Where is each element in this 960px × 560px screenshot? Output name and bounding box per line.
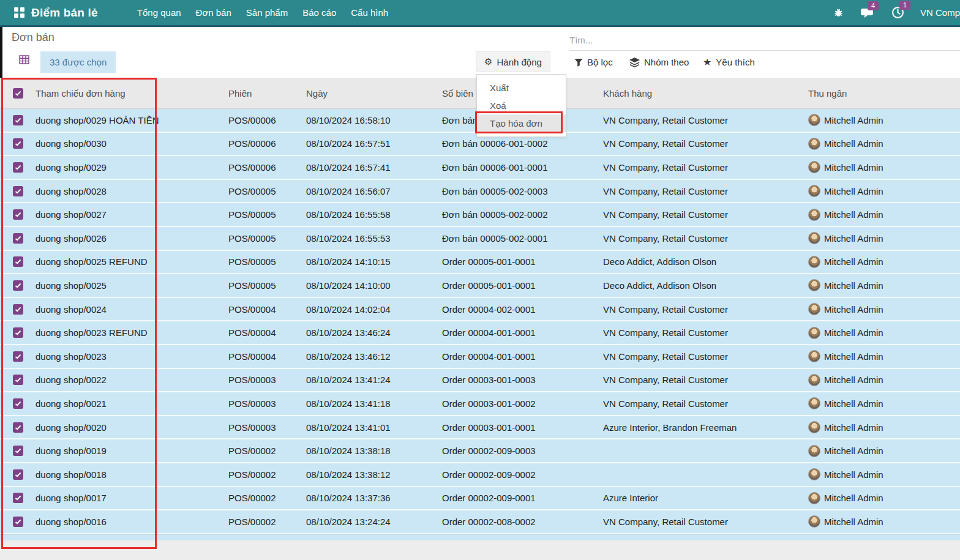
table-row[interactable]: duong shop/0021POS/0000308/10/2024 13:41… bbox=[0, 392, 960, 416]
table-row[interactable]: duong shop/0022POS/0000308/10/2024 13:41… bbox=[0, 369, 960, 393]
table-row[interactable]: duong shop/0017POS/0000208/10/2024 13:37… bbox=[0, 487, 960, 511]
cell-order-reference: duong shop/0027 bbox=[36, 209, 228, 220]
table-row[interactable]: duong shop/0027POS/0000508/10/2024 16:55… bbox=[0, 203, 960, 227]
table-row[interactable]: duong shop/0023 REFUNDPOS/0000408/10/202… bbox=[0, 321, 960, 345]
table-row[interactable]: duong shop/0029POS/0000608/10/2024 16:57… bbox=[0, 156, 960, 180]
table-row[interactable]: duong shop/0028POS/0000508/10/2024 16:56… bbox=[0, 180, 960, 204]
filters-button[interactable]: Bộ lọc bbox=[574, 54, 629, 70]
cashier-name: Mitchell Admin bbox=[824, 115, 883, 125]
cell-receipt-number: Order 00005-001-0001 bbox=[442, 280, 603, 291]
select-all-checkbox[interactable] bbox=[13, 88, 23, 99]
row-checkbox[interactable] bbox=[13, 327, 23, 338]
table-row[interactable]: duong shop/0023POS/0000408/10/2024 13:46… bbox=[0, 345, 960, 369]
activity-clock-icon[interactable]: 1 bbox=[891, 6, 904, 19]
header-cashier[interactable]: Thu ngân bbox=[807, 88, 960, 99]
row-checkbox[interactable] bbox=[13, 256, 23, 267]
top-navbar: Điểm bán lẻ Tổng quan Đơn bán Sản phẩm B… bbox=[0, 0, 960, 27]
cell-order-reference: duong shop/0023 REFUND bbox=[36, 327, 228, 338]
cashier-avatar bbox=[808, 256, 820, 268]
cell-cashier: Mitchell Admin bbox=[807, 303, 960, 315]
navbar-right: 4 1 VN Comp bbox=[833, 6, 960, 19]
row-checkbox[interactable] bbox=[13, 517, 23, 527]
header-ref[interactable]: Tham chiếu đơn hàng bbox=[36, 88, 228, 99]
row-checkbox[interactable] bbox=[13, 398, 23, 409]
cell-customer: VN Company, Retail Customer bbox=[603, 327, 807, 338]
cell-order-reference: duong shop/0020 bbox=[36, 422, 228, 433]
menu-don-ban[interactable]: Đơn bán bbox=[189, 0, 239, 25]
cashier-avatar bbox=[808, 327, 820, 339]
search-input[interactable] bbox=[569, 32, 949, 48]
row-checkbox-cell bbox=[0, 304, 36, 315]
cashier-avatar bbox=[808, 185, 820, 197]
row-checkbox[interactable] bbox=[13, 162, 23, 173]
app-title[interactable]: Điểm bán lẻ bbox=[31, 6, 98, 20]
cashier-avatar bbox=[808, 209, 820, 221]
cashier-avatar bbox=[808, 350, 820, 362]
cell-order-reference: duong shop/0024 bbox=[36, 304, 228, 315]
row-checkbox[interactable] bbox=[13, 351, 23, 362]
table-row[interactable]: duong shop/0026POS/0000508/10/2024 16:55… bbox=[0, 227, 960, 251]
messages-icon[interactable]: 4 bbox=[860, 7, 876, 19]
cell-cashier: Mitchell Admin bbox=[807, 421, 960, 433]
row-checkbox[interactable] bbox=[13, 233, 23, 244]
row-checkbox[interactable] bbox=[13, 375, 23, 385]
row-checkbox[interactable] bbox=[13, 469, 23, 480]
table-row[interactable]: duong shop/0020POS/0000308/10/2024 13:41… bbox=[0, 416, 960, 440]
menu-tong-quan[interactable]: Tổng quan bbox=[130, 0, 189, 25]
table-row[interactable]: duong shop/0019POS/0000208/10/2024 13:38… bbox=[0, 439, 960, 463]
menu-item-create-invoice[interactable]: Tạo hóa đơn bbox=[477, 114, 566, 132]
row-checkbox[interactable] bbox=[13, 493, 23, 503]
header-date[interactable]: Ngày bbox=[306, 88, 442, 99]
table-row[interactable]: duong shop/0016POS/0000208/10/2024 13:24… bbox=[0, 510, 960, 534]
row-checkbox-cell bbox=[0, 517, 36, 527]
cell-customer: VN Company, Retail Customer bbox=[603, 209, 807, 220]
list-view-icon[interactable] bbox=[19, 55, 29, 64]
favorites-button[interactable]: ★ Yêu thích bbox=[703, 54, 770, 70]
table-row[interactable]: duong shop/0025 REFUNDPOS/0000508/10/202… bbox=[0, 251, 960, 275]
table-row[interactable]: duong shop/0025POS/0000508/10/2024 14:10… bbox=[0, 274, 960, 298]
cell-cashier: Mitchell Admin bbox=[807, 492, 960, 504]
user-company-label[interactable]: VN Comp bbox=[920, 7, 960, 18]
menu-cau-hinh[interactable]: Cấu hình bbox=[343, 0, 396, 25]
row-checkbox[interactable] bbox=[13, 209, 23, 220]
action-button[interactable]: ⚙ Hành động bbox=[476, 51, 550, 72]
page-footer-area bbox=[0, 540, 960, 560]
cell-date: 08/10/2024 14:02:04 bbox=[306, 304, 442, 315]
row-checkbox[interactable] bbox=[13, 115, 23, 125]
funnel-icon bbox=[574, 58, 583, 67]
group-by-button[interactable]: Nhóm theo bbox=[629, 54, 703, 70]
cell-receipt-number: Đơn bán 00005-002-0001 bbox=[442, 233, 603, 244]
cashier-avatar bbox=[808, 114, 820, 126]
cell-date: 08/10/2024 13:41:01 bbox=[306, 422, 442, 433]
apps-grid-icon[interactable] bbox=[14, 7, 24, 18]
row-checkbox-cell bbox=[0, 280, 36, 291]
cell-cashier: Mitchell Admin bbox=[807, 185, 960, 197]
cell-date: 08/10/2024 16:58:10 bbox=[306, 115, 442, 125]
cell-order-reference: duong shop/0023 bbox=[36, 351, 228, 362]
cell-receipt-number: Đơn bán 00005-002-0002 bbox=[442, 209, 603, 220]
cashier-name: Mitchell Admin bbox=[824, 398, 883, 409]
row-checkbox[interactable] bbox=[13, 422, 23, 433]
cashier-avatar bbox=[808, 421, 820, 433]
menu-item-delete[interactable]: Xoá bbox=[477, 97, 566, 114]
row-checkbox[interactable] bbox=[13, 446, 23, 456]
row-checkbox[interactable] bbox=[13, 304, 23, 315]
cashier-avatar bbox=[808, 445, 820, 457]
header-customer[interactable]: Khách hàng bbox=[603, 88, 807, 99]
star-icon: ★ bbox=[703, 58, 711, 67]
row-checkbox[interactable] bbox=[13, 138, 23, 149]
row-checkbox[interactable] bbox=[13, 186, 23, 196]
row-checkbox[interactable] bbox=[13, 280, 23, 291]
menu-item-export[interactable]: Xuất bbox=[477, 79, 566, 97]
menu-san-pham[interactable]: Sản phẩm bbox=[239, 0, 295, 25]
cashier-name: Mitchell Admin bbox=[824, 327, 883, 338]
menu-bao-cao[interactable]: Báo cáo bbox=[295, 0, 343, 25]
cell-date: 08/10/2024 16:56:07 bbox=[306, 186, 442, 196]
bug-icon[interactable] bbox=[833, 7, 844, 18]
cell-customer: Azure Interior bbox=[603, 493, 807, 503]
table-row[interactable]: duong shop/0018POS/0000208/10/2024 13:38… bbox=[0, 463, 960, 487]
cashier-avatar bbox=[808, 374, 820, 386]
cashier-name: Mitchell Admin bbox=[824, 209, 883, 220]
header-session[interactable]: Phiên bbox=[228, 88, 306, 99]
table-row[interactable]: duong shop/0024POS/0000408/10/2024 14:02… bbox=[0, 298, 960, 322]
